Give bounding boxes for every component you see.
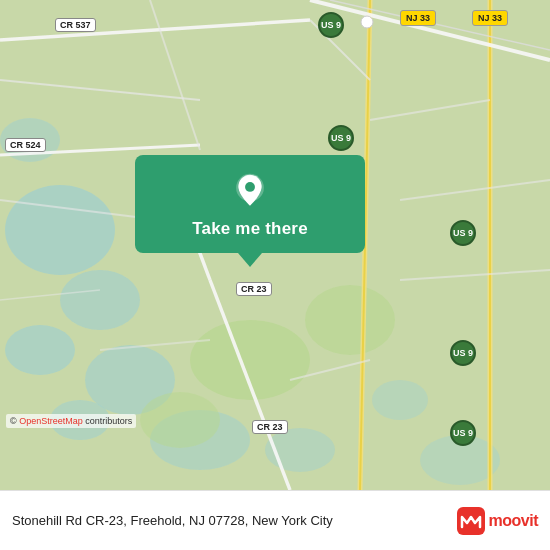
svg-point-34 xyxy=(361,16,373,28)
road-label-nj33: NJ 33 xyxy=(400,10,436,26)
moovit-logo: moovit xyxy=(457,507,538,535)
road-label-nj33b: NJ 33 xyxy=(472,10,508,26)
road-label-cr524: CR 524 xyxy=(5,138,46,152)
svg-point-13 xyxy=(140,392,220,448)
road-label-cr537: CR 537 xyxy=(55,18,96,32)
address-text: Stonehill Rd CR-23, Freehold, NJ 07728, … xyxy=(12,513,457,528)
moovit-icon xyxy=(457,507,485,535)
take-me-there-button[interactable]: Take me there xyxy=(192,219,308,239)
osm-attribution: © OpenStreetMap contributors xyxy=(6,414,136,428)
map-container: CR 537 US 9 NJ 33 NJ 33 CR 524 US 9 US 9… xyxy=(0,0,550,490)
road-label-us9-right: US 9 xyxy=(450,220,476,246)
moovit-text: moovit xyxy=(489,512,538,530)
road-label-us9-bot: US 9 xyxy=(450,340,476,366)
road-label-us9-far: US 9 xyxy=(450,420,476,446)
road-label-cr23: CR 23 xyxy=(236,282,272,296)
road-label-cr23b: CR 23 xyxy=(252,420,288,434)
bottom-bar: Stonehill Rd CR-23, Freehold, NJ 07728, … xyxy=(0,490,550,550)
svg-point-3 xyxy=(5,325,75,375)
svg-point-37 xyxy=(245,182,255,192)
svg-point-2 xyxy=(60,270,140,330)
svg-point-1 xyxy=(5,185,115,275)
road-label-us9-mid: US 9 xyxy=(328,125,354,151)
location-pin-icon xyxy=(232,173,268,209)
take-me-there-tooltip[interactable]: Take me there xyxy=(135,155,365,253)
svg-point-12 xyxy=(305,285,395,355)
svg-point-8 xyxy=(372,380,428,420)
road-label-us9-top: US 9 xyxy=(318,12,344,38)
